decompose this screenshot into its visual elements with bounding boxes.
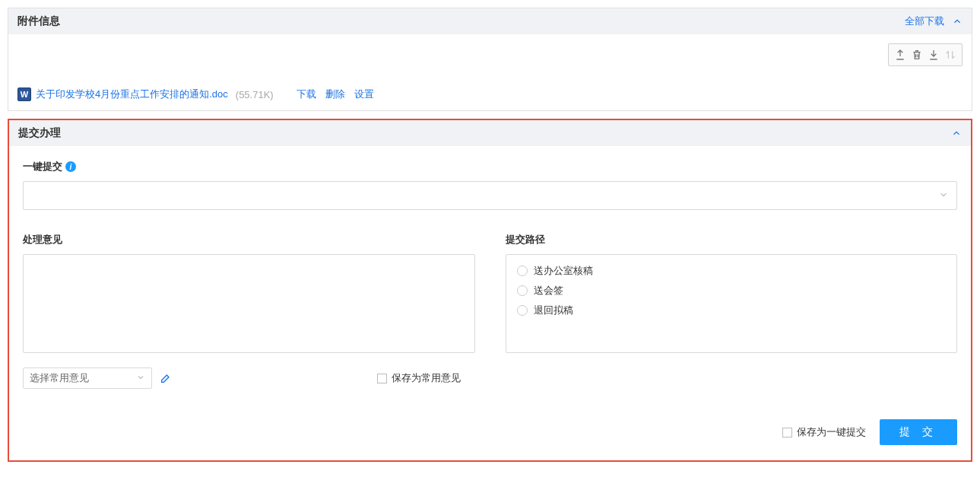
save-common-checkbox[interactable] xyxy=(377,374,387,383)
two-column-section: 处理意见 选择常用意见 保存为常用意见 xyxy=(23,233,957,389)
file-name-link[interactable]: 关于印发学校4月份重点工作安排的通知.doc xyxy=(36,88,228,101)
path-radio-group: 送办公室核稿 送会签 退回拟稿 xyxy=(506,254,958,353)
radio-icon xyxy=(517,305,528,316)
file-row: W 关于印发学校4月份重点工作安排的通知.doc (55.71K) 下载 删除 … xyxy=(17,88,963,101)
info-icon[interactable]: i xyxy=(65,161,76,172)
edit-icon[interactable] xyxy=(160,372,172,384)
save-common-label: 保存为常用意见 xyxy=(392,371,461,385)
opinion-column: 处理意见 选择常用意见 保存为常用意见 xyxy=(23,233,475,389)
save-quick-label: 保存为一键提交 xyxy=(797,425,866,439)
sort-icon xyxy=(942,47,959,62)
opinion-controls: 选择常用意见 保存为常用意见 xyxy=(23,368,475,389)
collapse-icon[interactable] xyxy=(951,128,962,138)
collapse-icon[interactable] xyxy=(952,16,963,27)
path-label: 提交路径 xyxy=(506,233,958,247)
attachments-body: W 关于印发学校4月份重点工作安排的通知.doc (55.71K) 下载 删除 … xyxy=(8,34,972,110)
file-download-link[interactable]: 下载 xyxy=(297,88,316,101)
file-actions: 下载 删除 设置 xyxy=(297,88,374,101)
path-option-1[interactable]: 送会签 xyxy=(517,284,947,298)
path-option-0[interactable]: 送办公室核稿 xyxy=(517,264,947,278)
submit-button[interactable]: 提 交 xyxy=(880,419,957,445)
quick-submit-label: 一键提交 i xyxy=(23,160,957,173)
quick-submit-select[interactable] xyxy=(23,181,957,210)
attachments-panel: 附件信息 全部下载 W 关于印发学校4月份重点工作安排的通知.doc xyxy=(8,8,972,111)
chevron-down-icon xyxy=(938,189,949,202)
attachments-title: 附件信息 xyxy=(17,14,60,28)
submit-title: 提交办理 xyxy=(18,126,61,140)
common-opinion-value: 选择常用意见 xyxy=(30,371,89,385)
radio-icon xyxy=(517,285,528,296)
opinion-textarea[interactable] xyxy=(23,254,475,353)
save-quick-checkbox-group: 保存为一键提交 xyxy=(782,425,866,439)
upload-icon[interactable] xyxy=(892,47,909,62)
file-size: (55.71K) xyxy=(236,89,274,100)
opinion-label: 处理意见 xyxy=(23,233,475,247)
path-option-label: 退回拟稿 xyxy=(534,304,573,317)
submit-panel: 提交办理 一键提交 i 处理意见 选择常用意见 xyxy=(8,119,972,462)
footer-row: 保存为一键提交 提 交 xyxy=(23,419,957,445)
file-delete-link[interactable]: 删除 xyxy=(325,88,345,101)
path-option-label: 送会签 xyxy=(534,284,563,298)
radio-icon xyxy=(517,266,528,276)
trash-icon[interactable] xyxy=(909,47,925,62)
quick-submit-label-text: 一键提交 xyxy=(23,160,62,173)
submit-body: 一键提交 i 处理意见 选择常用意见 xyxy=(9,146,971,460)
download-all-link[interactable]: 全部下载 xyxy=(905,14,944,28)
path-option-2[interactable]: 退回拟稿 xyxy=(517,304,947,317)
attachments-header: 附件信息 全部下载 xyxy=(8,8,972,34)
common-opinion-select[interactable]: 选择常用意见 xyxy=(23,368,152,389)
path-option-label: 送办公室核稿 xyxy=(534,264,593,278)
chevron-down-icon xyxy=(136,373,145,384)
save-common-checkbox-group: 保存为常用意见 xyxy=(377,371,461,385)
attachment-toolbar xyxy=(888,43,963,66)
submit-header-right xyxy=(951,128,962,138)
attachments-header-right: 全部下载 xyxy=(905,14,963,28)
word-icon: W xyxy=(17,88,31,101)
save-quick-checkbox[interactable] xyxy=(782,428,792,438)
download-icon[interactable] xyxy=(925,47,942,62)
path-column: 提交路径 送办公室核稿 送会签 退回拟稿 xyxy=(506,233,958,389)
file-settings-link[interactable]: 设置 xyxy=(354,88,374,101)
submit-header: 提交办理 xyxy=(9,120,971,146)
